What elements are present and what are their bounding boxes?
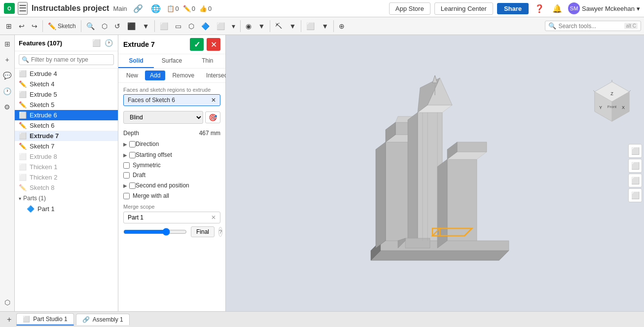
feature-tree-toggle[interactable]: ⊞ xyxy=(1,38,13,50)
tab-surface[interactable]: Surface xyxy=(154,54,189,68)
toolbar-btn-14[interactable]: ⛏ xyxy=(272,20,285,32)
progress-slider[interactable] xyxy=(123,228,187,236)
symmetric-checkbox[interactable] xyxy=(123,162,130,169)
add-feature-btn[interactable]: + xyxy=(1,54,13,66)
feature-panel: Features (107) ⬜ 🕐 🔍 ⬜ Extrude 4 ✏️ Sket… xyxy=(15,35,118,311)
feature-expand-btn[interactable]: ⬜ xyxy=(91,38,102,48)
extrude-cancel-button[interactable]: ✕ xyxy=(207,38,220,51)
merge-scope-field[interactable]: Part 1 ✕ xyxy=(123,212,220,223)
toolbar-btn-12[interactable]: ◉ xyxy=(243,20,254,32)
sketch-button[interactable]: ✏️ Sketch xyxy=(45,20,79,32)
direction-checkbox[interactable] xyxy=(129,141,136,147)
toolbar: ⊞ ↩ ↪ ✏️ Sketch 🔍 ⬡ ↺ ⬛ ▼ ⬜ ▭ ⬡ 🔷 ⬜ ▾ ◉ … xyxy=(0,17,644,35)
toolbar-btn-16[interactable]: ⬜ xyxy=(303,20,318,32)
toolbar-btn-7[interactable]: ▭ xyxy=(172,20,184,32)
rp-btn-4[interactable]: ⬜ xyxy=(628,188,642,202)
toolbar-btn-6[interactable]: ⬜ xyxy=(157,20,171,32)
second-end-expandable[interactable]: ▶ Second end position xyxy=(123,180,220,191)
feature-clock-btn[interactable]: 🕐 xyxy=(104,38,114,48)
final-button[interactable]: Final xyxy=(191,226,215,237)
toolbar-btn-17[interactable]: ▼ xyxy=(319,20,331,32)
direction-expandable[interactable]: ▶ Direction xyxy=(123,139,220,149)
help-button[interactable]: ❓ xyxy=(533,2,546,15)
feature-item-extrude6[interactable]: ⬜ Extrude 6 xyxy=(15,110,118,120)
tab-assembly[interactable]: 🔗 Assembly 1 xyxy=(76,314,130,325)
toolbar-divider-3 xyxy=(154,20,155,32)
aim-button[interactable]: 🎯 xyxy=(205,111,220,123)
parts-section[interactable]: ▾ Parts (1) xyxy=(15,193,118,204)
feature-item-extrude5[interactable]: ⬜ Extrude 5 xyxy=(15,89,118,100)
settings-btn[interactable]: ⚙ xyxy=(1,101,13,113)
blind-select[interactable]: Blind xyxy=(123,111,203,124)
feature-item-sketch5[interactable]: ✏️ Sketch 5 xyxy=(15,100,118,110)
navigation-cube[interactable]: Z Y X Front xyxy=(590,79,634,125)
rp-btn-2[interactable]: ⬜ xyxy=(628,159,642,173)
feature-item-extrude4[interactable]: ⬜ Extrude 4 xyxy=(15,69,118,79)
draft-checkbox[interactable] xyxy=(123,172,130,179)
toolbar-btn-2[interactable]: ⬡ xyxy=(99,20,110,32)
feature-item-sketch4[interactable]: ✏️ Sketch 4 xyxy=(15,79,118,89)
extrude-ok-button[interactable]: ✓ xyxy=(190,38,204,51)
toolbar-undo[interactable]: ↩ xyxy=(16,20,28,32)
history-btn[interactable]: 🕐 xyxy=(1,85,13,97)
second-end-checkbox[interactable] xyxy=(129,182,136,189)
sketch5-label: Sketch 5 xyxy=(30,101,114,109)
feature-item-sketch7[interactable]: ✏️ Sketch 7 xyxy=(15,141,118,151)
app-store-button[interactable]: App Store xyxy=(389,2,430,15)
toolbar-btn-10[interactable]: ⬜ xyxy=(214,20,228,32)
starting-offset-arrow: ▶ xyxy=(123,152,127,158)
feature-item-sketch8[interactable]: ✏️ Sketch 8 xyxy=(15,182,118,193)
feature-item-sketch6[interactable]: ✏️ Sketch 6 xyxy=(15,120,118,131)
face-field-clear[interactable]: ✕ xyxy=(211,97,216,104)
feature-header: Features (107) ⬜ 🕐 xyxy=(15,35,118,51)
toolbar-grid[interactable]: ⊞ xyxy=(3,20,15,32)
toolbar-btn-4[interactable]: ⬛ xyxy=(124,20,139,32)
notifications-button[interactable]: 🔔 xyxy=(550,2,564,15)
rp-btn-3[interactable]: ⬜ xyxy=(628,174,642,187)
feature-item-thicken2[interactable]: ⬜ Thicken 2 xyxy=(15,172,118,182)
tab-thin[interactable]: Thin xyxy=(190,54,225,68)
hamburger-menu[interactable]: ☰ xyxy=(18,2,28,15)
toolbar-btn-11[interactable]: ▾ xyxy=(229,20,238,32)
svg-text:X: X xyxy=(622,105,625,110)
action-new[interactable]: New xyxy=(121,71,143,80)
comment-btn[interactable]: 💬 xyxy=(1,70,13,81)
toolbar-btn-8[interactable]: ⬡ xyxy=(185,20,197,32)
feature-item-part1[interactable]: 🔷 Part 1 xyxy=(15,204,118,214)
toolbar-redo[interactable]: ↪ xyxy=(29,20,40,32)
toolbar-btn-1[interactable]: 🔍 xyxy=(83,20,98,32)
globe-icon[interactable]: 🌐 xyxy=(149,2,163,15)
add-tab-button[interactable]: + xyxy=(4,314,14,325)
feature-item-thicken1[interactable]: ⬜ Thicken 1 xyxy=(15,162,118,172)
toolbar-btn-18[interactable]: ⊕ xyxy=(336,20,348,32)
feature-item-extrude8[interactable]: ⬜ Extrude 8 xyxy=(15,151,118,162)
rp-btn-1[interactable]: ⬜ xyxy=(628,144,642,158)
starting-offset-expandable[interactable]: ▶ Starting offset xyxy=(123,149,220,160)
svg-marker-0 xyxy=(371,251,509,260)
user-menu[interactable]: SM Sawyer Mckeehan ▾ xyxy=(568,2,640,14)
toolbar-btn-13[interactable]: ▼ xyxy=(255,20,268,32)
search-input[interactable] xyxy=(558,23,622,30)
toolbar-btn-15[interactable]: ▼ xyxy=(286,20,299,32)
help-icon-button[interactable]: ? xyxy=(218,227,222,237)
feature-filter-input[interactable] xyxy=(19,54,114,65)
bottom-btn[interactable]: ⬡ xyxy=(1,296,13,308)
feature-item-extrude7[interactable]: ⬜ Extrude 7 xyxy=(15,131,118,141)
link-icon[interactable]: 🔗 xyxy=(131,2,145,15)
face-field[interactable]: Faces of Sketch 6 ✕ xyxy=(123,94,220,106)
action-remove[interactable]: Remove xyxy=(167,71,199,80)
share-button[interactable]: Share xyxy=(497,3,529,14)
sketch6-label: Sketch 6 xyxy=(30,122,114,129)
starting-offset-checkbox[interactable] xyxy=(129,152,136,158)
toolbar-btn-9[interactable]: 🔷 xyxy=(198,20,213,32)
feature-list: ⬜ Extrude 4 ✏️ Sketch 4 ⬜ Extrude 5 ✏️ S… xyxy=(15,69,118,311)
merge-scope-clear[interactable]: ✕ xyxy=(211,214,216,221)
toolbar-btn-3[interactable]: ↺ xyxy=(111,20,123,32)
learning-center-button[interactable]: Learning Center xyxy=(434,2,493,15)
merge-all-checkbox[interactable] xyxy=(123,193,130,199)
tab-part-studio[interactable]: ⬜ Part Studio 1 xyxy=(16,313,73,326)
sketch5-icon: ✏️ xyxy=(19,101,27,109)
tab-solid[interactable]: Solid xyxy=(118,54,154,68)
action-add[interactable]: Add xyxy=(145,71,165,80)
toolbar-btn-5[interactable]: ▼ xyxy=(140,20,152,32)
